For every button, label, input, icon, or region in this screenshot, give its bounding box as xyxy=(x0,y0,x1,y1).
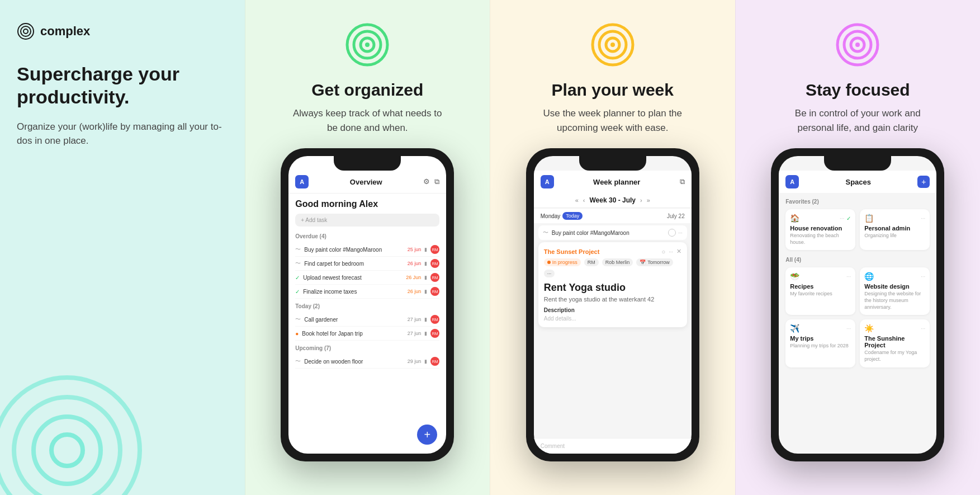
due-badge: 📅 Tomorrow xyxy=(636,258,673,266)
phone-mockup-3: A Week planner ⧉ « ‹ Week 30 - July › » … xyxy=(526,148,699,461)
spaces-body: Favorites (2) 🏠 ··· ✓ House reno xyxy=(779,193,936,380)
space-card-header: 📋 ··· xyxy=(864,214,925,223)
svg-point-4 xyxy=(14,397,120,495)
screen4-title: Spaces xyxy=(845,178,871,186)
screen3-header: A Week planner ⧉ xyxy=(534,171,692,193)
more-icon[interactable]: ··· xyxy=(678,230,683,235)
add-space-button[interactable]: + xyxy=(917,176,930,188)
more-dots: ··· xyxy=(846,326,851,332)
space-sub: Codename for my Yoga project. xyxy=(864,350,925,362)
wave-icon: 〜 xyxy=(295,315,301,323)
task-text: Upload newest forecast xyxy=(303,275,403,281)
task-date: 29 jun xyxy=(408,359,422,364)
space-emoji: ☀️ xyxy=(864,324,874,333)
space-card-trips[interactable]: ✈️ ··· My trips Planning my trips for 20… xyxy=(785,319,855,367)
bar-icon: ▮ xyxy=(424,317,427,322)
wave-icon: 〜 xyxy=(295,260,301,267)
more-icon-card[interactable]: ··· xyxy=(669,249,673,254)
task-actions: ··· xyxy=(668,229,683,237)
user-name-badge: Rob Merlin xyxy=(602,258,633,266)
copy-icon-3: ⧉ xyxy=(680,177,685,186)
space-emoji: 🏠 xyxy=(790,214,799,223)
panel3-icon xyxy=(590,22,635,69)
task-item: 〜 Decide on wooden floor 29 jun ▮ RM xyxy=(295,355,439,369)
more-dots: ··· xyxy=(840,215,844,221)
task-text: Finalize income taxes xyxy=(303,289,404,295)
space-card-header: 🥗 ··· xyxy=(790,272,851,281)
task-date: 25 jun xyxy=(408,247,422,252)
favorites-grid: 🏠 ··· ✓ House renovation Renovating the … xyxy=(785,209,930,250)
svg-point-10 xyxy=(365,43,370,47)
bar-icon: ▮ xyxy=(424,289,427,294)
panel4-desc: Be in control of your work and personal … xyxy=(779,106,936,135)
screen4-content: A Spaces + Favorites (2) 🏠 ··· xyxy=(779,156,936,454)
screen2-header: A Overview ⚙ ⧉ xyxy=(288,171,446,194)
wave-icon-planner: 〜 xyxy=(543,229,548,237)
panel-focused: Stay focused Be in control of your work … xyxy=(735,0,981,495)
space-card-sunshine[interactable]: ☀️ ··· The Sunshine Project Codename for… xyxy=(860,319,930,367)
assignee-avatar: RM xyxy=(430,245,439,254)
close-icon[interactable]: ✕ xyxy=(676,248,681,255)
card-project-name: The Sunset Project xyxy=(544,248,600,255)
panel3-title: Plan your week xyxy=(552,81,674,100)
day-info: Monday Today xyxy=(541,212,583,220)
assignee-avatar: RM xyxy=(430,259,439,268)
complete-btn[interactable] xyxy=(668,229,676,237)
assignee-avatar: RM xyxy=(430,273,439,282)
assignee-avatar: RM xyxy=(430,329,439,338)
space-name: Personal admin xyxy=(864,225,925,232)
favorites-label: Favorites (2) xyxy=(785,199,930,205)
space-sub: Planning my trips for 2028 xyxy=(790,343,851,350)
bar-icon: ▮ xyxy=(424,247,427,252)
svg-point-1 xyxy=(21,26,31,36)
avatar-4: A xyxy=(785,175,799,188)
expanded-task-card: The Sunset Project ○ ··· ✕ In progress R… xyxy=(538,242,687,327)
more-dots: ··· xyxy=(921,215,925,221)
nav-next-next[interactable]: » xyxy=(647,197,650,204)
space-sub: My favorite recipes xyxy=(790,291,851,298)
svg-point-6 xyxy=(51,435,83,466)
user-badge: RM xyxy=(584,258,599,266)
panel3-desc: Use the week planner to plan the upcomin… xyxy=(534,106,691,135)
card-main-title: Rent Yoga studio xyxy=(544,282,681,294)
planner-task-text: Buy paint color #MangoMaroon xyxy=(552,230,665,236)
week-label: Week 30 - July xyxy=(590,196,636,204)
phone-notch-2 xyxy=(334,156,401,171)
all-grid: 🥗 ··· Recipes My favorite recipes 🌐 ··· xyxy=(785,267,930,367)
add-task-bar: + Add task xyxy=(295,214,439,227)
space-card-website[interactable]: 🌐 ··· Website design Designing the websi… xyxy=(860,267,930,315)
task-text: Book hotel for Japan trip xyxy=(302,331,404,337)
panel-week: Plan your week Use the week planner to p… xyxy=(490,0,735,495)
space-sub: Renovating the beach house. xyxy=(790,233,851,246)
space-emoji: 🌐 xyxy=(864,272,874,281)
today-label: Today (2) xyxy=(295,303,439,309)
fab-add-button[interactable]: + xyxy=(417,425,437,445)
complex-logo-icon xyxy=(17,22,35,40)
svg-point-5 xyxy=(34,417,101,484)
nav-prev-prev[interactable]: « xyxy=(575,197,579,204)
screen2-content: A Overview ⚙ ⧉ Good morning Alex + Add t… xyxy=(288,156,446,454)
task-item: 〜 Buy paint color #MangoMaroon 25 jun ▮ … xyxy=(295,243,439,257)
desc-label: Description xyxy=(544,307,681,313)
desc-placeholder: Add details... xyxy=(544,315,681,322)
avatar-2: A xyxy=(295,175,309,188)
card-meta: In progress RM Rob Merlin 📅 Tomorrow ··· xyxy=(544,258,681,277)
check-icon: ✓ xyxy=(846,215,851,221)
upcoming-label: Upcoming (7) xyxy=(295,345,439,351)
planner-task-row: 〜 Buy paint color #MangoMaroon ··· xyxy=(538,225,687,240)
date-label: July 22 xyxy=(667,213,685,219)
panel4-title: Stay focused xyxy=(806,81,910,100)
nav-next[interactable]: › xyxy=(640,197,642,204)
assignee-avatar: RM xyxy=(430,357,439,366)
space-card-recipes[interactable]: 🥗 ··· Recipes My favorite recipes xyxy=(785,267,855,315)
space-name: House renovation xyxy=(790,225,851,232)
space-card-house[interactable]: 🏠 ··· ✓ House renovation Renovating the … xyxy=(785,209,855,250)
panel2-desc: Always keep track of what needs to be do… xyxy=(289,106,446,135)
space-card-header: 🌐 ··· xyxy=(864,272,925,281)
space-emoji: ✈️ xyxy=(790,324,799,333)
screen2-body: Good morning Alex + Add task Overdue (4)… xyxy=(288,194,446,374)
panel-organized: Get organized Always keep track of what … xyxy=(245,0,490,495)
card-subtitle: Rent the yoga studio at the waterkant 42 xyxy=(544,296,681,303)
nav-prev[interactable]: ‹ xyxy=(583,197,585,204)
space-card-personal[interactable]: 📋 ··· Personal admin Organizing life xyxy=(860,209,930,250)
